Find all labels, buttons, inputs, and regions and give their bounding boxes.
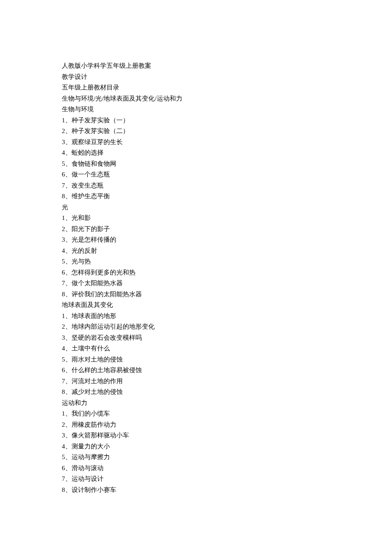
document-title: 人教版小学科学五年级上册教案	[62, 61, 330, 72]
list-item: 1、种子发芽实验（一）	[62, 115, 330, 126]
list-item: 8、设计制作小赛车	[62, 485, 330, 496]
unit-title: 地球表面及其变化	[62, 300, 330, 311]
list-item: 2、用橡皮筋作动力	[62, 419, 330, 431]
list-item: 3、观察绿豆芽的生长	[62, 137, 330, 148]
list-item: 5、雨水对土地的侵蚀	[62, 354, 330, 365]
list-item: 3、光是怎样传播的	[62, 234, 330, 246]
list-item: 7、河流对土地的作用	[62, 376, 330, 387]
list-item: 2、地球内部运动引起的地形变化	[62, 321, 330, 332]
toc-title: 五年级上册教材目录	[62, 82, 330, 93]
list-item: 3、像火箭那样驱动小车	[62, 430, 330, 441]
list-item: 8、减少对土地的侵蚀	[62, 387, 330, 398]
units-summary: 生物与环境/光/地球表面及其变化/运动和力	[62, 93, 330, 104]
list-item: 6、怎样得到更多的光和热	[62, 267, 330, 278]
list-item: 5、光与热	[62, 256, 330, 267]
list-item: 2、阳光下的影子	[62, 224, 330, 235]
list-item: 1、我们的小缆车	[62, 408, 330, 419]
list-item: 6、什么样的土地容易被侵蚀	[62, 365, 330, 376]
list-item: 7、做个太阳能热水器	[62, 278, 330, 289]
list-item: 1、地球表面的地形	[62, 311, 330, 322]
list-item: 4、光的反射	[62, 246, 330, 257]
list-item: 8、维护生态平衡	[62, 191, 330, 202]
list-item: 2、种子发芽实验（二）	[62, 126, 330, 137]
list-item: 6、做一个生态瓶	[62, 169, 330, 180]
list-item: 1、光和影	[62, 213, 330, 224]
list-item: 7、运动与设计	[62, 474, 330, 485]
list-item: 4、土壤中有什么	[62, 343, 330, 354]
list-item: 6、滑动与滚动	[62, 463, 330, 474]
list-item: 4、测量力的大小	[62, 441, 330, 452]
unit-title: 运动和力	[62, 398, 330, 409]
list-item: 3、坚硬的岩石会改变模样吗	[62, 332, 330, 344]
list-item: 5、运动与摩擦力	[62, 452, 330, 463]
unit-title: 生物与环境	[62, 104, 330, 115]
list-item: 8、评价我们的太阳能热水器	[62, 289, 330, 300]
document-subtitle: 教学设计	[62, 72, 330, 83]
unit-title: 光	[62, 202, 330, 213]
list-item: 4、蚯蚓的选择	[62, 147, 330, 159]
list-item: 5、食物链和食物网	[62, 159, 330, 170]
list-item: 7、改变生态瓶	[62, 180, 330, 191]
